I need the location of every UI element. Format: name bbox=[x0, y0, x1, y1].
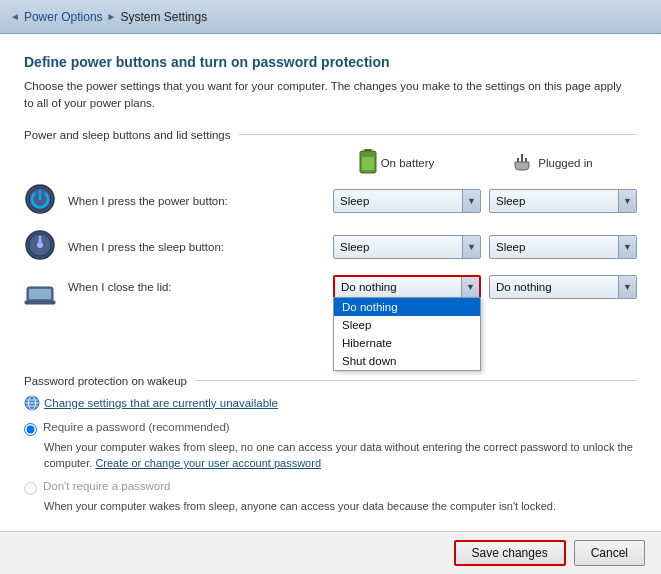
no-password-radio[interactable] bbox=[24, 482, 37, 495]
option-hibernate-1[interactable]: Hibernate bbox=[334, 334, 480, 352]
no-password-group: Don't require a password When your compu… bbox=[24, 480, 637, 515]
battery-icon bbox=[359, 149, 377, 177]
power-button-row: When I press the power button: Sleep ▼ S… bbox=[24, 183, 637, 219]
lid-controls: Do nothing ▼ Do nothing Sleep Hibernate … bbox=[333, 275, 637, 299]
power-button-plugged-value: Sleep bbox=[496, 195, 618, 207]
save-changes-button[interactable]: Save changes bbox=[454, 540, 566, 566]
power-button-label: When I press the power button: bbox=[68, 195, 333, 207]
sleep-button-row: When I press the sleep button: Sleep ▼ S… bbox=[24, 229, 637, 265]
change-settings-text: Change settings that are currently unava… bbox=[44, 397, 278, 409]
section-heading: Power and sleep buttons and lid settings bbox=[24, 129, 637, 141]
power-button-icon bbox=[24, 183, 60, 219]
require-password-label[interactable]: Require a password (recommended) bbox=[24, 421, 637, 436]
sleep-button-battery-value: Sleep bbox=[340, 241, 462, 253]
password-section: Password protection on wakeup Change set… bbox=[24, 375, 637, 515]
require-password-title: Require a password (recommended) bbox=[43, 421, 230, 433]
svg-rect-12 bbox=[29, 289, 51, 299]
lid-plugged-value: Do nothing bbox=[496, 281, 618, 293]
sleep-button-battery-dropdown[interactable]: Sleep ▼ bbox=[333, 235, 481, 259]
power-button-controls: Sleep ▼ Sleep ▼ bbox=[333, 189, 637, 213]
breadcrumb-bar: ◄ Power Options ► System Settings bbox=[0, 0, 661, 34]
option-sleep-1[interactable]: Sleep bbox=[334, 316, 480, 334]
change-settings-link[interactable]: Change settings that are currently unava… bbox=[24, 395, 637, 411]
no-password-label[interactable]: Don't require a password bbox=[24, 480, 637, 495]
column-headers: On battery Plugged in bbox=[24, 149, 637, 177]
globe-icon bbox=[24, 395, 40, 411]
current-page-breadcrumb: System Settings bbox=[121, 10, 208, 24]
lid-plugged-dropdown[interactable]: Do nothing ▼ bbox=[489, 275, 637, 299]
power-button-battery-dropdown[interactable]: Sleep ▼ bbox=[333, 189, 481, 213]
lid-label: When I close the lid: bbox=[68, 281, 333, 293]
svg-rect-13 bbox=[25, 301, 55, 304]
no-password-title: Don't require a password bbox=[43, 480, 170, 492]
sleep-button-battery-arrow: ▼ bbox=[462, 236, 480, 258]
sleep-button-plugged-arrow: ▼ bbox=[618, 236, 636, 258]
sleep-button-label: When I press the sleep button: bbox=[68, 241, 333, 253]
page-title: Define power buttons and turn on passwor… bbox=[24, 54, 637, 70]
power-options-link[interactable]: Power Options bbox=[24, 10, 103, 24]
back-arrow-icon: ◄ bbox=[10, 11, 20, 22]
option-do-nothing-1[interactable]: Do nothing bbox=[334, 298, 480, 316]
lid-battery-dropdown-popup: Do nothing Sleep Hibernate Shut down bbox=[333, 297, 481, 371]
bottom-bar: Save changes Cancel bbox=[0, 531, 661, 574]
svg-rect-2 bbox=[362, 157, 374, 170]
power-button-plugged-arrow: ▼ bbox=[618, 190, 636, 212]
lid-battery-dropdown[interactable]: Do nothing ▼ bbox=[333, 275, 481, 299]
svg-point-10 bbox=[37, 242, 43, 248]
sleep-button-icon bbox=[24, 229, 60, 265]
power-button-plugged-dropdown[interactable]: Sleep ▼ bbox=[489, 189, 637, 213]
power-button-battery-value: Sleep bbox=[340, 195, 462, 207]
require-password-radio[interactable] bbox=[24, 423, 37, 436]
separator-icon: ► bbox=[107, 11, 117, 22]
main-content: Define power buttons and turn on passwor… bbox=[0, 34, 661, 574]
option-shutdown-1[interactable]: Shut down bbox=[334, 352, 480, 370]
battery-column-header: On battery bbox=[319, 149, 474, 177]
sleep-button-controls: Sleep ▼ Sleep ▼ bbox=[333, 235, 637, 259]
create-password-link[interactable]: Create or change your user account passw… bbox=[95, 457, 321, 469]
require-password-group: Require a password (recommended) When yo… bbox=[24, 421, 637, 472]
plug-icon bbox=[510, 152, 534, 174]
require-password-desc: When your computer wakes from sleep, no … bbox=[44, 439, 637, 472]
page-description: Choose the power settings that you want … bbox=[24, 78, 624, 113]
power-button-battery-arrow: ▼ bbox=[462, 190, 480, 212]
lid-battery-value: Do nothing bbox=[341, 281, 461, 293]
password-section-heading: Password protection on wakeup bbox=[24, 375, 637, 387]
sleep-button-plugged-value: Sleep bbox=[496, 241, 618, 253]
no-password-desc: When your computer wakes from sleep, any… bbox=[44, 498, 637, 515]
cancel-button[interactable]: Cancel bbox=[574, 540, 645, 566]
lid-icon bbox=[24, 279, 60, 315]
lid-row: When I close the lid: Do nothing ▼ Do no… bbox=[24, 275, 637, 315]
lid-plugged-arrow: ▼ bbox=[618, 276, 636, 298]
sleep-button-plugged-dropdown[interactable]: Sleep ▼ bbox=[489, 235, 637, 259]
lid-battery-arrow: ▼ bbox=[461, 277, 479, 297]
plugged-column-header: Plugged in bbox=[474, 149, 629, 177]
